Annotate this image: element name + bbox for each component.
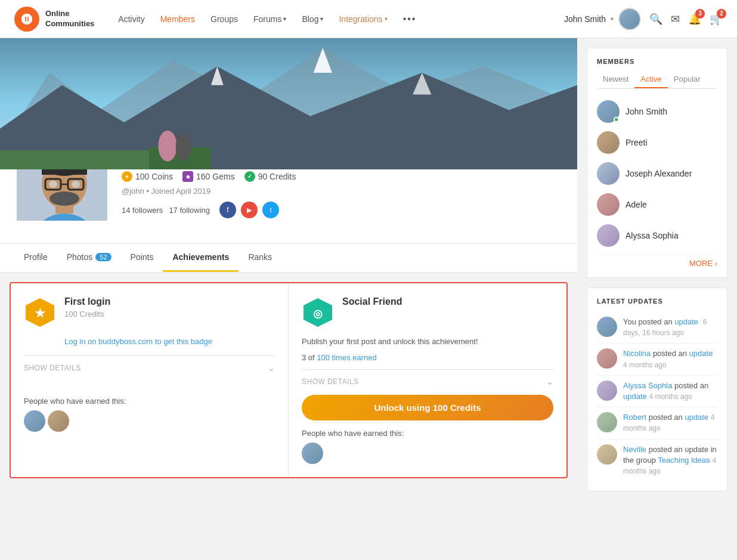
update-link-nicolina[interactable]: update [689,349,713,358]
cart-badge: 2 [717,9,726,18]
nav-integrations[interactable]: Integrations▾ [332,10,394,29]
show-details-chevron-2: ⌄ [546,377,554,386]
updates-title: LATEST UPDATES [597,298,717,305]
member-item-adele: Adele [597,189,717,220]
profile-social-row: 14 followers 17 following f ▶ t [122,202,296,218]
update-link-neville[interactable]: Teaching Ideas [658,456,710,465]
update-user-neville[interactable]: Neville [623,445,646,454]
cart-button[interactable]: 🛒 2 [710,13,723,26]
member-avatar-joseph [597,162,620,185]
show-details-chevron-1: ⌄ [268,363,275,373]
hexagon-teal-svg: ◎ [302,296,334,329]
blog-chevron: ▾ [320,16,323,22]
member-avatar-preeti [597,131,620,154]
header-right: John Smith ▾ 🔍 ✉ 🔔 3 🛒 2 [564,8,723,30]
social-friend-show-details[interactable]: SHOW DETAILS ⌄ [302,369,553,386]
update-item-neville: Neville posted an update in the group Te… [597,440,717,482]
update-text-neville: Neville posted an update in the group Te… [623,444,717,477]
hexagon-orange-svg: ★ [24,296,56,329]
update-link-robert[interactable]: update [685,413,708,422]
gems-display: ◆ 160 Gems [182,171,235,182]
first-login-icon: ★ [24,296,56,329]
update-avatar-robert [597,412,617,432]
svg-point-16 [49,191,79,206]
earned-label-2: People who have earned this: [302,429,553,438]
member-name-preeti[interactable]: Preeti [625,138,648,147]
header: Online Communities Activity Members Grou… [0,0,737,38]
social-friend-title: Social Friend [342,296,402,307]
nav-forums[interactable]: Forums▾ [246,10,293,29]
logo-svg [20,13,33,26]
logo-icon [14,7,39,32]
nav-more-dots[interactable]: ••• [396,9,424,29]
update-text-nicolina: Nicolina posted an update 4 months ago [623,348,717,370]
social-friend-progress: 3 of 100 times earned [302,353,553,362]
coins-display: ● 100 Coins [122,171,173,182]
notification-badge: 3 [695,9,705,18]
credit-icon: ✓ [244,171,255,182]
earned-avatar-1a [24,410,45,432]
first-login-title: First login [64,296,110,307]
unlock-button[interactable]: Unlock using 100 Credits [302,395,553,420]
tab-newest[interactable]: Newest [597,71,634,88]
header-user-name: John Smith [564,14,606,24]
profile-currency: ● 100 Coins ◆ 160 Gems ✓ 90 Credits [122,171,296,182]
update-link-alyssa[interactable]: update [623,392,647,401]
nav-members[interactable]: Members [153,10,202,29]
members-title: MEMBERS [597,58,717,65]
credits-display: ✓ 90 Credits [244,171,296,182]
logo[interactable]: Online Communities [14,7,94,32]
coin-icon: ● [122,171,132,182]
tab-achievements[interactable]: Achievements [163,244,239,272]
followers-count[interactable]: 14 followers [122,206,163,215]
search-button[interactable]: 🔍 [649,13,662,26]
twitter-link[interactable]: t [262,202,279,218]
facebook-link[interactable]: f [219,202,236,218]
update-user-robert[interactable]: Robert [623,413,646,422]
update-avatar-alyssa-u [597,380,617,401]
youtube-link[interactable]: ▶ [241,202,258,218]
logo-text: Online Communities [45,9,94,29]
gem-icon: ◆ [182,171,193,182]
tab-active[interactable]: Active [634,71,667,88]
update-user-alyssa[interactable]: Alyssa Sophia [623,381,672,390]
following-count[interactable]: 17 following [169,206,210,215]
message-button[interactable]: ✉ [671,13,680,26]
member-name-alyssa[interactable]: Alyssa Sophia [625,231,679,240]
tab-points[interactable]: Points [121,244,163,272]
update-link-you[interactable]: update [674,317,698,326]
tab-ranks[interactable]: Ranks [239,244,281,272]
earned-avatars-1 [24,410,275,432]
header-chevron: ▾ [611,16,614,22]
update-item-nicolina: Nicolina posted an update 4 months ago [597,344,717,375]
svg-point-20 [49,181,57,188]
coins-value: 100 Coins [135,172,173,181]
tab-photos[interactable]: Photos 52 [57,244,121,272]
earned-label-1: People who have earned this: [24,397,275,406]
update-item-robert: Robert posted an update 4 months ago [597,407,717,439]
update-avatar-you [597,317,617,337]
followers-info: 14 followers 17 following [122,206,210,215]
notification-button[interactable]: 🔔 3 [688,13,701,26]
profile-tabs: Profile Photos 52 Points Achievements Ra… [0,244,577,273]
first-login-show-details[interactable]: SHOW DETAILS ⌄ [24,355,275,373]
member-item-joseph: Joseph Alexander [597,158,717,189]
nav-blog[interactable]: Blog▾ [295,10,330,29]
social-links: f ▶ t [219,202,279,218]
earned-avatar-2a [302,443,323,464]
update-text-you: You posted an update 6 days, 16 hours ag… [623,317,717,338]
update-user-nicolina[interactable]: Nicolina [623,349,651,358]
nav-groups[interactable]: Groups [203,10,245,29]
member-name-adele[interactable]: Adele [625,200,647,209]
achievement-first-login: ★ First login 100 Credits Log in on budd… [11,283,289,477]
member-name-john[interactable]: John Smith [625,107,667,116]
nav-activity[interactable]: Activity [111,10,151,29]
tab-profile[interactable]: Profile [14,244,57,272]
social-friend-description: Publish your first post and unlock this … [302,337,553,346]
mountain-svg [0,38,577,169]
more-members-link[interactable]: MORE › [597,253,717,268]
member-name-joseph[interactable]: Joseph Alexander [625,169,692,178]
tab-popular[interactable]: Popular [668,71,707,88]
svg-text:★: ★ [35,307,46,320]
user-menu[interactable]: John Smith ▾ [564,8,641,30]
